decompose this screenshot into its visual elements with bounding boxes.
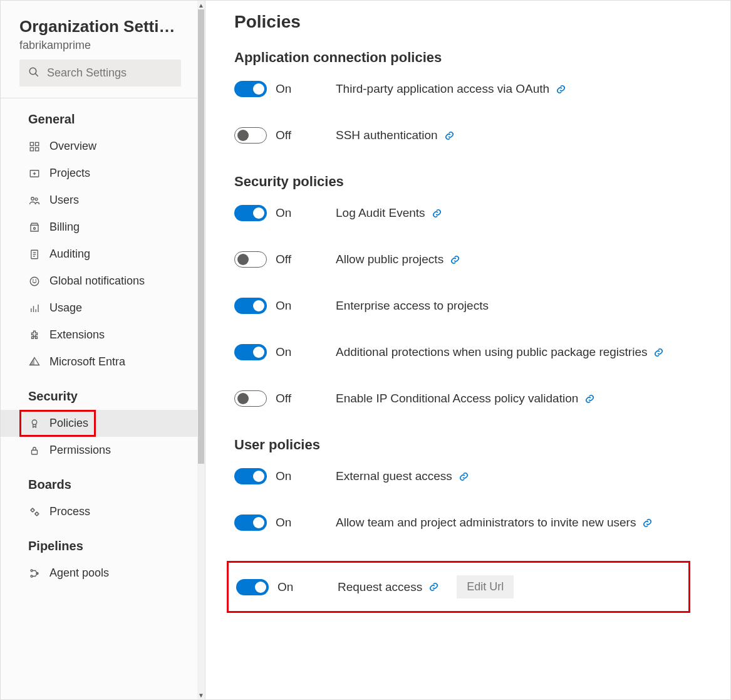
sidebar-item-policies[interactable]: Policies — [1, 410, 197, 437]
svg-point-26 — [36, 512, 39, 515]
svg-rect-24 — [32, 450, 38, 454]
policy-row: OffSSH authentication — [234, 127, 702, 144]
svg-rect-5 — [36, 147, 39, 150]
nav-group-title: Security — [1, 375, 197, 410]
link-icon[interactable] — [642, 518, 653, 528]
sidebar-item-permissions[interactable]: Permissions — [1, 437, 197, 464]
sidebar-scrollbar[interactable]: ▲ ▼ — [197, 1, 205, 699]
sidebar-item-label: Billing — [49, 221, 80, 234]
svg-point-9 — [31, 197, 34, 200]
search-settings[interactable] — [19, 60, 181, 86]
sidebar-item-label: Auditing — [49, 248, 90, 261]
sidebar: ▲ ▼ Organization Settin... fabrikamprime… — [1, 1, 205, 699]
main-content: Policies Application connection policies… — [205, 1, 730, 699]
agent-pools-icon — [28, 568, 41, 579]
sidebar-item-label: Overview — [49, 140, 96, 153]
entra-icon — [28, 357, 41, 368]
policy-toggle[interactable] — [234, 127, 267, 144]
link-icon[interactable] — [556, 84, 566, 95]
sidebar-item-label: Agent pools — [49, 567, 109, 580]
edit-url-button[interactable]: Edit Url — [457, 575, 514, 598]
sidebar-item-usage[interactable]: Usage — [1, 295, 197, 321]
sidebar-item-label: Users — [49, 194, 79, 207]
link-icon[interactable] — [450, 254, 460, 265]
billing-icon — [28, 222, 41, 233]
toggle-state-label: On — [276, 516, 291, 530]
svg-point-28 — [31, 575, 33, 577]
link-icon[interactable] — [444, 130, 455, 141]
policy-toggle[interactable] — [234, 81, 267, 97]
sidebar-item-projects[interactable]: Projects — [1, 160, 197, 187]
sidebar-item-label: Policies — [49, 417, 88, 430]
scroll-down-icon[interactable]: ▼ — [197, 691, 205, 699]
section-title: Security policies — [234, 174, 702, 190]
toggle-state-label: On — [276, 82, 291, 96]
sidebar-item-global-notifications[interactable]: Global notifications — [1, 268, 197, 295]
svg-point-23 — [32, 420, 37, 425]
search-input[interactable] — [46, 66, 172, 80]
overview-icon — [28, 141, 41, 152]
highlight-box: OnRequest accessEdit Url — [227, 561, 690, 613]
sidebar-item-auditing[interactable]: Auditing — [1, 241, 197, 268]
toggle-state-label: On — [276, 299, 291, 313]
sidebar-item-agent-pools[interactable]: Agent pools — [1, 560, 197, 587]
sidebar-item-label: Global notifications — [49, 274, 145, 288]
policy-row: OnAdditional protections when using publ… — [234, 344, 702, 360]
sidebar-item-process[interactable]: Process — [1, 498, 197, 525]
policy-row: OnLog Audit Events — [234, 205, 702, 221]
extensions-icon — [28, 330, 41, 341]
usage-icon — [28, 303, 41, 314]
toggle-state-label: On — [276, 469, 291, 483]
link-icon[interactable] — [459, 471, 469, 482]
svg-rect-2 — [30, 142, 33, 145]
policy-label: Third-party application access via OAuth — [336, 82, 549, 96]
sidebar-item-users[interactable]: Users — [1, 187, 197, 214]
sidebar-item-label: Projects — [49, 167, 90, 180]
policy-toggle[interactable] — [234, 468, 267, 484]
search-icon — [28, 66, 39, 80]
page-title: Policies — [234, 12, 702, 32]
link-icon[interactable] — [432, 208, 442, 219]
svg-rect-3 — [36, 142, 39, 145]
sidebar-item-label: Permissions — [49, 444, 111, 457]
nav-group-title: Boards — [1, 464, 197, 498]
scroll-up-icon[interactable]: ▲ — [197, 1, 205, 9]
svg-line-1 — [35, 73, 38, 76]
notifications-icon — [28, 276, 41, 287]
sidebar-item-billing[interactable]: Billing — [1, 214, 197, 241]
svg-point-10 — [35, 197, 38, 200]
toggle-state-label: Off — [276, 253, 291, 266]
policy-toggle[interactable] — [234, 251, 267, 268]
policy-label: Request access — [338, 580, 422, 594]
policy-row: OnAllow team and project administrators … — [234, 515, 702, 531]
policy-toggle[interactable] — [234, 298, 267, 314]
sidebar-item-label: Usage — [49, 301, 82, 315]
projects-icon — [28, 168, 41, 179]
toggle-state-label: Off — [276, 128, 291, 142]
users-icon — [28, 195, 41, 206]
scrollbar-thumb[interactable] — [198, 9, 204, 464]
toggle-state-label: On — [277, 580, 293, 594]
sidebar-item-overview[interactable]: Overview — [1, 133, 197, 160]
svg-point-16 — [30, 277, 39, 286]
policy-toggle[interactable] — [236, 579, 269, 595]
auditing-icon — [28, 249, 41, 260]
policy-toggle[interactable] — [234, 515, 267, 531]
sidebar-item-microsoft-entra[interactable]: Microsoft Entra — [1, 348, 197, 375]
nav-group-title: General — [1, 98, 197, 133]
policy-toggle[interactable] — [234, 390, 267, 407]
policy-label: External guest access — [336, 469, 452, 483]
policy-label: Allow public projects — [336, 253, 443, 266]
policy-toggle[interactable] — [234, 344, 267, 360]
toggle-state-label: On — [276, 345, 291, 359]
sidebar-item-label: Extensions — [49, 328, 105, 342]
link-icon[interactable] — [428, 582, 439, 592]
link-icon[interactable] — [653, 347, 664, 358]
nav-group-title: Pipelines — [1, 525, 197, 560]
policy-toggle[interactable] — [234, 205, 267, 221]
sidebar-item-extensions[interactable]: Extensions — [1, 321, 197, 348]
link-icon[interactable] — [584, 394, 595, 404]
svg-point-0 — [29, 68, 36, 75]
section-title: User policies — [234, 437, 702, 453]
policy-label: Enable IP Conditional Access policy vali… — [336, 392, 578, 405]
